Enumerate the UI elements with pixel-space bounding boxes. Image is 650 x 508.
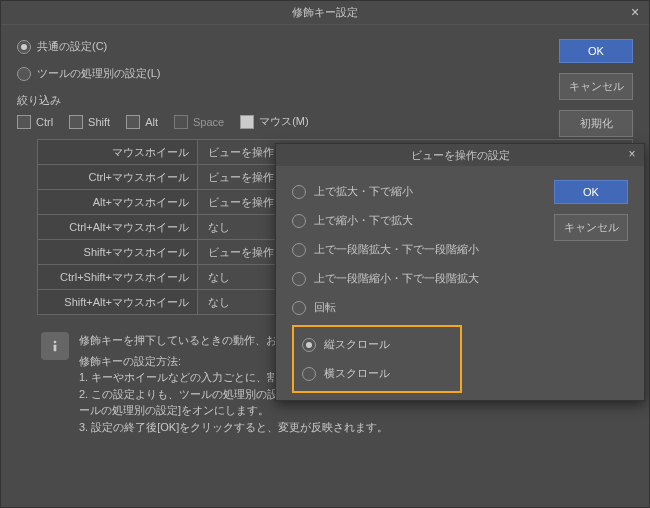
filter-label: 絞り込み: [17, 93, 633, 108]
filter-alt[interactable]: Alt: [126, 115, 158, 129]
option-hscroll[interactable]: 横スクロール: [302, 366, 452, 381]
option-rotate[interactable]: 回転: [292, 300, 628, 315]
svg-rect-1: [54, 345, 57, 352]
filter-shift[interactable]: Shift: [69, 115, 110, 129]
option-step-out-in[interactable]: 上で一段階縮小・下で一段階拡大: [292, 271, 628, 286]
sub-title-bar: ビューを操作の設定 ×: [276, 144, 644, 166]
option-step-in-out[interactable]: 上で一段階拡大・下で一段階縮小: [292, 242, 628, 257]
filter-ctrl[interactable]: Ctrl: [17, 115, 53, 129]
radio-common-settings[interactable]: 共通の設定(C): [17, 39, 633, 54]
filter-space[interactable]: Space: [174, 115, 224, 129]
radio-label: ツールの処理別の設定(L): [37, 66, 160, 81]
highlighted-options: 縦スクロール 横スクロール: [292, 325, 462, 393]
reset-button[interactable]: 初期化: [559, 110, 633, 137]
sub-title: ビューを操作の設定: [411, 148, 510, 163]
main-title: 修飾キー設定: [292, 5, 358, 20]
option-vscroll[interactable]: 縦スクロール: [302, 337, 452, 352]
radio-icon: [17, 67, 31, 81]
close-icon[interactable]: ×: [623, 146, 641, 162]
close-icon[interactable]: ×: [625, 3, 645, 21]
radio-icon: [17, 40, 31, 54]
info-icon: [41, 332, 69, 360]
radio-label: 共通の設定(C): [37, 39, 107, 54]
ok-button[interactable]: OK: [559, 39, 633, 63]
radio-pertool-settings[interactable]: ツールの処理別の設定(L): [17, 66, 633, 81]
sub-dialog: ビューを操作の設定 × OK キャンセル 上で拡大・下で縮小 上で縮小・下で拡大…: [275, 143, 645, 401]
svg-point-0: [54, 341, 57, 344]
info-line: 3. 設定の終了後[OK]をクリックすると、変更が反映されます。: [79, 419, 629, 436]
main-title-bar: 修飾キー設定 ×: [1, 1, 649, 25]
cancel-button[interactable]: キャンセル: [559, 73, 633, 100]
sub-ok-button[interactable]: OK: [554, 180, 628, 204]
filter-mouse[interactable]: マウス(M): [240, 114, 309, 129]
sub-cancel-button[interactable]: キャンセル: [554, 214, 628, 241]
